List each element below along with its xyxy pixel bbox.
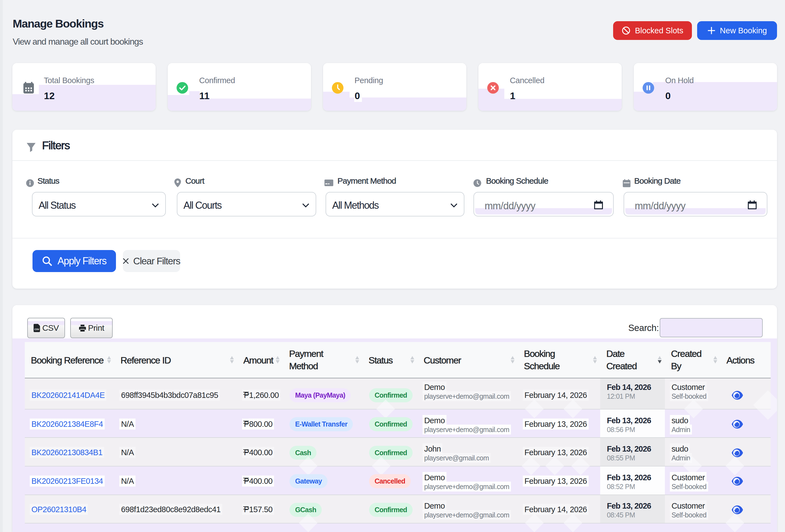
svg-text:CSV: CSV: [34, 328, 39, 330]
